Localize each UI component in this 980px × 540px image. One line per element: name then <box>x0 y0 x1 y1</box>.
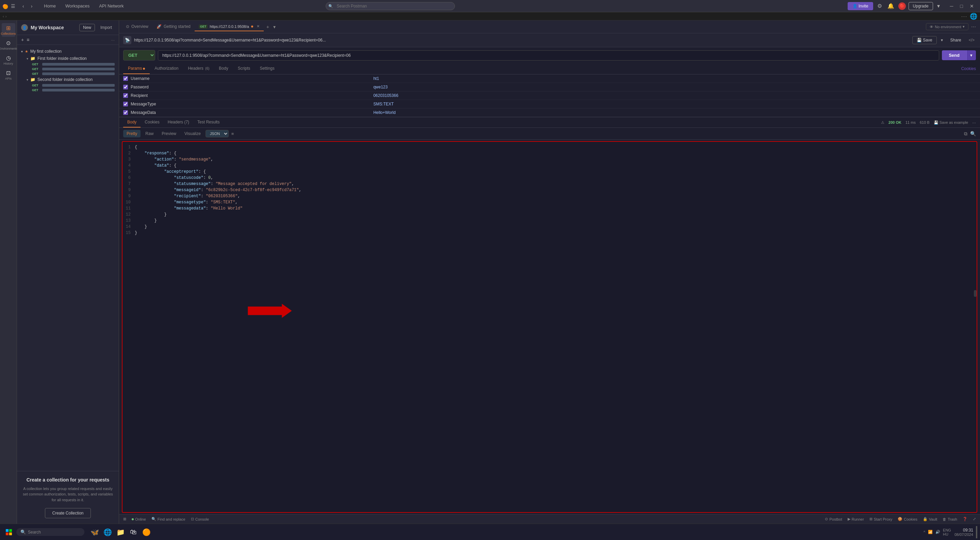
forward-button[interactable]: › <box>29 3 35 10</box>
settings-icon[interactable]: ⚙ <box>876 2 883 11</box>
list-item[interactable]: GET <box>17 71 119 76</box>
wrap-icon[interactable]: ≡ <box>231 131 234 137</box>
console-button[interactable]: ⊡ Console <box>191 517 209 521</box>
save-button[interactable]: 💾 Save <box>912 36 937 44</box>
postbot-button[interactable]: ⊙ Postbot <box>825 517 842 521</box>
tab-authorization[interactable]: Authorization <box>150 63 183 74</box>
tab-params[interactable]: Params <box>123 63 150 74</box>
fmt-tab-pretty[interactable]: Pretty <box>123 130 140 137</box>
response-tab-cookies[interactable]: Cookies <box>140 118 163 127</box>
taskbar-app-orange[interactable]: 🟠 <box>140 526 153 538</box>
chevron-up-icon[interactable]: ^ <box>923 529 926 535</box>
import-button[interactable]: Import <box>98 24 115 31</box>
filter-icon[interactable]: ≡ <box>27 37 29 43</box>
invite-button[interactable]: 👤 Invite <box>848 2 873 10</box>
tab-headers[interactable]: Headers (6) <box>183 63 214 74</box>
taskbar-app-store[interactable]: 🛍 <box>127 526 140 538</box>
sidebar-item-environments[interactable]: ⊙ Environments <box>2 38 15 52</box>
clock[interactable]: 09:31 08/07/2024 <box>955 528 973 537</box>
taskbar-app-butterfly[interactable]: 🦋 <box>89 526 101 538</box>
save-example-button[interactable]: 💾 Save as example <box>934 121 968 125</box>
workspaces-tab[interactable]: Workspaces <box>61 2 94 10</box>
start-proxy-button[interactable]: ⊞ Start Proxy <box>869 517 892 521</box>
param-checkbox-username[interactable] <box>123 76 128 81</box>
upgrade-dropdown-icon[interactable]: ▾ <box>936 2 941 11</box>
response-more-options-icon[interactable]: ··· <box>972 120 976 125</box>
search-input[interactable] <box>326 2 455 10</box>
minimize-button[interactable]: ─ <box>947 2 957 10</box>
url-input[interactable] <box>158 50 939 60</box>
list-item[interactable]: GET <box>17 83 119 88</box>
method-select[interactable]: GET POST PUT DELETE <box>123 50 155 60</box>
api-network-tab[interactable]: API Network <box>95 2 127 10</box>
taskbar-app-folder[interactable]: 📁 <box>115 526 127 538</box>
back-button[interactable]: ‹ <box>21 3 26 10</box>
format-select[interactable]: JSON XML Text <box>205 130 229 137</box>
trash-button[interactable]: 🗑 Trash <box>943 517 957 521</box>
home-tab[interactable]: Home <box>40 2 60 10</box>
more-sidebar-icon[interactable]: ··· <box>111 37 115 43</box>
upgrade-button[interactable]: Upgrade <box>908 2 933 10</box>
folder-item[interactable]: ▾ 📁 First folder inside collection <box>17 55 119 62</box>
tab-getting-started[interactable]: 🚀 Getting started <box>153 22 195 32</box>
new-button[interactable]: New <box>79 24 95 31</box>
tab-body[interactable]: Body <box>214 63 233 74</box>
param-checkbox-messagetype[interactable] <box>123 102 128 106</box>
response-tab-body[interactable]: Body <box>123 118 140 127</box>
volume-icon[interactable]: 🔊 <box>935 529 941 535</box>
notification-icon[interactable]: 🔔 <box>886 2 896 11</box>
collection-options-icon[interactable]: ··· <box>110 49 115 54</box>
param-checkbox-password[interactable] <box>123 85 128 89</box>
param-checkbox-recipient[interactable] <box>123 93 128 98</box>
runner-button[interactable]: ▶ Runner <box>848 517 864 521</box>
help-icon[interactable]: ❓ <box>963 517 967 521</box>
send-dropdown-icon[interactable]: ▾ <box>966 50 976 60</box>
extra-nav-forward[interactable]: › <box>5 14 7 18</box>
embed-icon[interactable]: </> <box>967 37 976 44</box>
taskbar-search[interactable]: 🔍 Search <box>16 528 84 536</box>
sidebar-item-collections[interactable]: ⊞ Collections <box>2 23 15 37</box>
collection-item[interactable]: ▾ ★ My first collection ··· <box>17 48 119 55</box>
environment-selector[interactable]: 👁 No environment ▾ <box>926 23 969 30</box>
list-item[interactable]: GET <box>17 88 119 92</box>
close-button[interactable]: ✕ <box>966 2 977 10</box>
copy-response-icon[interactable]: ⧉ <box>964 131 967 137</box>
fmt-tab-raw[interactable]: Raw <box>142 130 157 137</box>
create-collection-button[interactable]: Create Collection <box>45 508 91 518</box>
browser-icon[interactable]: 🌐 <box>970 13 977 20</box>
cookies-button[interactable]: 🍪 Cookies <box>898 517 917 521</box>
fmt-tab-visualize[interactable]: Visualize <box>181 130 204 137</box>
tab-settings[interactable]: Settings <box>255 63 279 74</box>
maximize-button[interactable]: □ <box>957 2 966 10</box>
tab-active-request[interactable]: GET https://127.0.0.1:9508/a ✕ <box>195 22 264 31</box>
add-collection-icon[interactable]: + <box>21 37 24 43</box>
list-item[interactable]: GET <box>17 62 119 67</box>
share-button[interactable]: Share <box>947 37 965 44</box>
response-tab-headers[interactable]: Headers (7) <box>164 118 193 127</box>
response-tab-test-results[interactable]: Test Results <box>193 118 224 127</box>
find-replace-button[interactable]: 🔍 Find and replace <box>151 517 185 521</box>
tab-close-icon[interactable]: ✕ <box>256 24 259 29</box>
send-button[interactable]: Send <box>942 50 966 60</box>
network-icon[interactable]: 📶 <box>927 529 933 535</box>
layout-toggle[interactable]: ⊞ <box>123 517 126 521</box>
env-options-icon[interactable]: ⋯ <box>970 23 977 31</box>
taskbar-app-browser[interactable]: 🌐 <box>102 526 114 538</box>
list-item[interactable]: GET <box>17 67 119 71</box>
cookies-link[interactable]: Cookies <box>961 66 976 71</box>
save-dropdown-icon[interactable]: ▾ <box>940 37 944 44</box>
profile-icon[interactable]: 🔴 <box>898 2 906 10</box>
more-options-icon[interactable]: ⋯ <box>961 13 967 20</box>
sidebar-toggle-icon[interactable]: ☰ <box>10 3 16 10</box>
tab-overview[interactable]: ⊙ Overview <box>122 22 153 32</box>
online-status[interactable]: Online <box>132 517 146 521</box>
show-desktop-button[interactable] <box>976 526 977 538</box>
folder-item[interactable]: ▾ 📁 Second folder inside collection <box>17 76 119 83</box>
tab-scripts[interactable]: Scripts <box>233 63 255 74</box>
fmt-tab-preview[interactable]: Preview <box>158 130 180 137</box>
scrollbar[interactable] <box>974 290 977 297</box>
search-response-icon[interactable]: 🔍 <box>970 131 976 137</box>
param-checkbox-messagedata[interactable] <box>123 110 128 115</box>
tab-dropdown-button[interactable]: ▾ <box>272 23 277 31</box>
sidebar-item-apis[interactable]: ⊡ APIs <box>2 68 15 82</box>
